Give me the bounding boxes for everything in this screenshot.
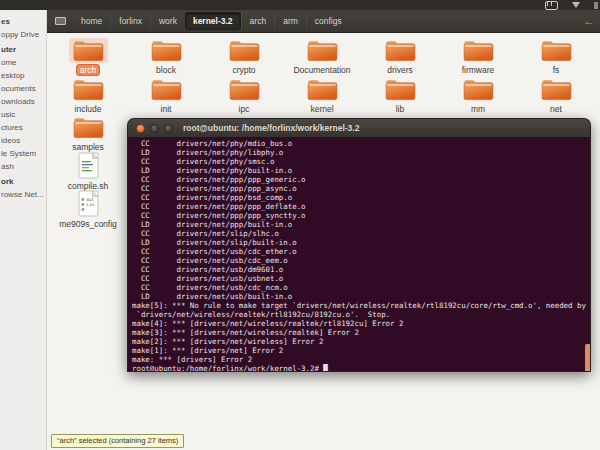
file-item[interactable]: # Aut # Lin # ipc — [205, 77, 283, 115]
panel-indicators — [545, 0, 598, 10]
breadcrumb-label: configs — [315, 16, 342, 26]
folder-icon — [306, 77, 339, 102]
file-item[interactable]: # Aut # Lin # block — [127, 38, 205, 76]
breadcrumb-label: arm — [283, 16, 298, 26]
breadcrumb-item[interactable]: arm — [274, 13, 306, 29]
sidebar-item[interactable]: es — [0, 15, 46, 28]
folder-icon — [384, 77, 417, 102]
file-item[interactable]: # Aut # Lin # mm — [439, 77, 517, 115]
sidebar-item-label: es — [1, 17, 10, 26]
terminal-title: root@ubuntu: /home/forlinx/work/kernel-3… — [183, 123, 359, 133]
file-item-label: drivers — [383, 64, 417, 76]
file-item[interactable]: # Aut # Lin # firmware — [439, 38, 517, 76]
sidebar-item-label: ownloads — [1, 97, 35, 106]
file-item-label: lib — [392, 103, 409, 115]
minimize-button[interactable] — [150, 124, 159, 133]
sidebar-item[interactable]: ideos — [0, 134, 46, 147]
folder-icon — [228, 77, 261, 102]
sidebar-item[interactable]: ork — [0, 175, 46, 188]
file-item[interactable]: # Aut # Lin # lib — [361, 77, 439, 115]
file-item-label: init — [157, 103, 176, 115]
sidebar-item-label: ideos — [1, 136, 20, 145]
breadcrumb-item[interactable]: home — [73, 13, 110, 29]
screen: es oppy Drive uter ome esktop ocuments o… — [0, 0, 600, 450]
breadcrumb-label: arch — [250, 16, 267, 26]
terminal-titlebar[interactable]: root@ubuntu: /home/forlinx/work/kernel-3… — [127, 118, 591, 137]
breadcrumb-scroll-left-icon[interactable]: ← — [583, 13, 595, 29]
sidebar-item-label: usic — [1, 110, 15, 119]
breadcrumb-item[interactable]: work — [150, 13, 185, 29]
file-grid-row-4: # Aut # Lin # compile.sh — [49, 152, 127, 194]
folder-icon — [72, 38, 105, 63]
file-item-label: crypto — [228, 64, 259, 76]
script-file-icon — [78, 152, 99, 179]
file-item-label: ipc — [235, 103, 254, 115]
file-item-label: net — [546, 103, 566, 115]
breadcrumb: home forlinx work kernel-3.2 arch arm co… — [73, 10, 350, 32]
folder-icon — [150, 38, 183, 63]
sidebar-item-label: le System — [1, 149, 36, 158]
nautilus-toolbar: home forlinx work kernel-3.2 arch arm co… — [47, 10, 600, 33]
sidebar-item[interactable]: ash — [0, 160, 46, 173]
sidebar-item[interactable]: ownloads — [0, 95, 46, 108]
breadcrumb-label: home — [81, 16, 102, 26]
sidebar-item[interactable]: esktop — [0, 69, 46, 82]
folder-icon — [462, 38, 495, 63]
file-item[interactable]: # Aut # Lin # me909s_config — [49, 190, 127, 228]
sound-indicator-icon[interactable] — [572, 2, 580, 8]
selection-status-tooltip: “arch” selected (containing 27 items) — [51, 434, 184, 448]
close-button[interactable] — [136, 124, 145, 133]
sidebar-item[interactable]: rowse Net... — [0, 188, 46, 201]
breadcrumb-item[interactable]: forlinx — [110, 13, 150, 29]
file-item[interactable]: # Aut # Lin # compile.sh — [49, 152, 127, 190]
file-item[interactable]: # Aut # Lin # kernel — [283, 77, 361, 115]
breadcrumb-item[interactable]: configs — [306, 13, 350, 29]
sidebar-item-label: oppy Drive — [1, 30, 39, 39]
folder-icon — [228, 38, 261, 63]
file-item-label: fs — [549, 64, 564, 76]
folder-icon — [540, 38, 573, 63]
file-item[interactable]: # Aut # Lin # crypto — [205, 38, 283, 76]
file-item[interactable]: # Aut # Lin # arch — [49, 38, 127, 76]
sidebar-item-label: ctures — [1, 123, 23, 132]
file-item-label: mm — [467, 103, 489, 115]
sidebar-item[interactable]: oppy Drive — [0, 28, 46, 41]
terminal-window: root@ubuntu: /home/forlinx/work/kernel-3… — [127, 118, 591, 372]
sidebar-item-label: ocuments — [1, 84, 36, 93]
file-item[interactable]: # Aut # Lin # include — [49, 77, 127, 115]
terminal-output-area[interactable]: CC drivers/net/phy/mdio_bus.o LD drivers… — [127, 137, 591, 372]
sidebar-item-label: ork — [1, 177, 13, 186]
clipped-indicator-icon — [594, 2, 598, 9]
sidebar-item-label: ome — [1, 58, 17, 67]
file-item-label: firmware — [458, 64, 499, 76]
message-indicator-icon[interactable] — [545, 1, 558, 10]
file-item[interactable]: # Aut # Lin # net — [517, 77, 595, 115]
file-item[interactable]: # Aut # Lin # fs — [517, 38, 595, 76]
file-grid-row-1: # Aut # Lin # arch — [49, 38, 595, 76]
file-grid-row-2: # Aut # Lin # include — [49, 77, 595, 115]
sidebar-item[interactable]: usic — [0, 108, 46, 121]
file-item[interactable]: # Aut # Lin # init — [127, 77, 205, 115]
sidebar-item[interactable]: ctures — [0, 121, 46, 134]
breadcrumb-label: kernel-3.2 — [193, 16, 233, 26]
file-item[interactable]: # Aut # Lin # samples — [49, 115, 127, 153]
folder-icon — [150, 77, 183, 102]
sidebar-item[interactable]: ocuments — [0, 82, 46, 95]
file-item[interactable]: # Aut # Lin # drivers — [361, 38, 439, 76]
file-grid-row-5: # Aut # Lin # me909s_config — [49, 190, 127, 232]
file-item[interactable]: # Aut # Lin # Documentation — [283, 38, 361, 76]
sidebar-item-label: esktop — [1, 71, 25, 80]
terminal-output: CC drivers/net/phy/mdio_bus.o LD drivers… — [128, 137, 590, 372]
sidebar-item[interactable]: le System — [0, 147, 46, 160]
breadcrumb-item[interactable]: arch — [241, 13, 275, 29]
file-item-label: kernel — [306, 103, 337, 115]
terminal-scrollbar-thumb[interactable] — [585, 344, 590, 371]
breadcrumb-item[interactable]: kernel-3.2 — [185, 12, 241, 30]
top-panel — [0, 0, 600, 10]
sidebar-item-label: ash — [1, 162, 14, 171]
sidebar-item[interactable]: ome — [0, 56, 46, 69]
sidebar-item[interactable]: uter — [0, 43, 46, 56]
folder-icon — [306, 38, 339, 63]
folder-icon — [462, 77, 495, 102]
maximize-button[interactable] — [164, 124, 173, 133]
